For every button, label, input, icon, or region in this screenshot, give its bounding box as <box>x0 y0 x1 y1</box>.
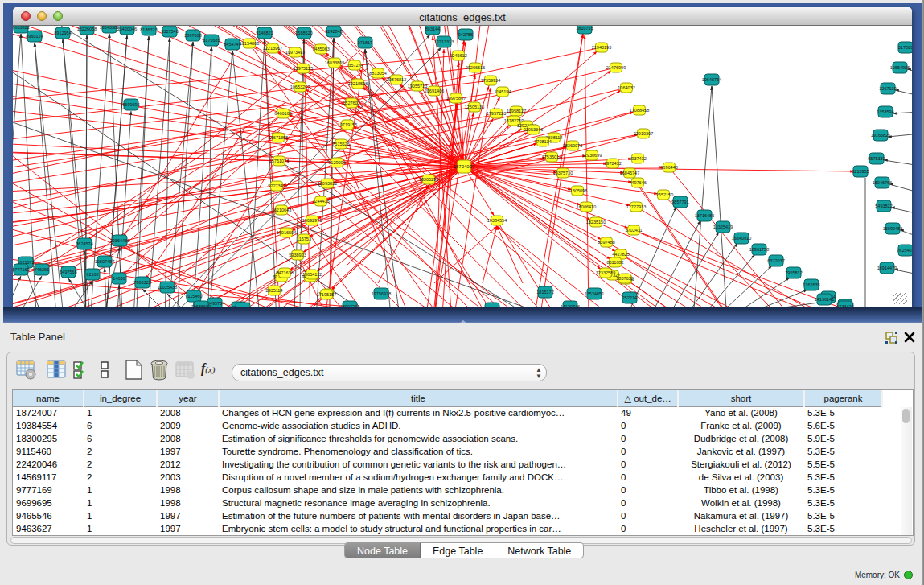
svg-text:9146821: 9146821 <box>256 31 273 35</box>
svg-text:116753: 116753 <box>297 237 311 241</box>
svg-text:7708134: 7708134 <box>534 139 551 144</box>
svg-text:12552150: 12552150 <box>654 192 673 197</box>
svg-text:17359934: 17359934 <box>481 78 500 83</box>
svg-text:1145194: 1145194 <box>494 89 511 94</box>
svg-text:14636: 14636 <box>113 276 125 281</box>
svg-text:17957223: 17957223 <box>487 111 506 116</box>
svg-text:9245612: 9245612 <box>450 53 466 58</box>
svg-text:16006470: 16006470 <box>577 204 596 209</box>
svg-text:10154808: 10154808 <box>240 41 259 46</box>
svg-text:3215955: 3215955 <box>852 169 869 174</box>
svg-text:15751074: 15751074 <box>269 159 289 163</box>
svg-text:7497646: 7497646 <box>629 180 646 185</box>
svg-text:1588520: 1588520 <box>295 31 312 35</box>
svg-text:7663822: 7663822 <box>13 26 30 30</box>
svg-text:8813054: 8813054 <box>369 71 386 76</box>
svg-text:7485063: 7485063 <box>312 47 329 51</box>
svg-text:271817: 271817 <box>358 40 372 45</box>
svg-text:21305096: 21305096 <box>568 188 587 193</box>
svg-text:13226058: 13226058 <box>77 27 97 31</box>
svg-text:1810755: 1810755 <box>576 26 593 31</box>
svg-text:15099483: 15099483 <box>883 226 902 231</box>
svg-text:13716485: 13716485 <box>695 213 714 218</box>
svg-text:7955812: 7955812 <box>785 270 802 275</box>
svg-text:12213313: 12213313 <box>434 39 454 44</box>
svg-text:7625402: 7625402 <box>897 248 912 253</box>
svg-text:13524851: 13524851 <box>585 291 604 296</box>
svg-text:9327546: 9327546 <box>161 29 178 34</box>
svg-text:12930699: 12930699 <box>582 153 602 158</box>
svg-text:18300295: 18300295 <box>419 177 438 182</box>
svg-text:7357274: 7357274 <box>346 63 363 68</box>
svg-text:9696448: 9696448 <box>660 165 677 170</box>
svg-text:6497568: 6497568 <box>60 270 76 274</box>
svg-text:8912954: 8912954 <box>54 31 71 35</box>
svg-text:12213967: 12213967 <box>263 46 282 51</box>
svg-text:4427825: 4427825 <box>612 252 629 257</box>
svg-text:16543382: 16543382 <box>100 26 119 30</box>
svg-text:8611682: 8611682 <box>606 260 623 265</box>
svg-text:3175685: 3175685 <box>203 38 220 43</box>
svg-text:10025438: 10025438 <box>158 285 177 290</box>
svg-text:19384554: 19384554 <box>487 218 507 223</box>
svg-text:15692971: 15692971 <box>302 218 322 223</box>
svg-text:8960124: 8960124 <box>26 34 43 39</box>
svg-text:1353594: 1353594 <box>877 109 893 114</box>
svg-text:19166825: 19166825 <box>871 133 890 138</box>
svg-text:7857632: 7857632 <box>616 276 633 281</box>
svg-text:10653267: 10653267 <box>290 84 310 89</box>
svg-text:20206516: 20206516 <box>466 65 485 70</box>
svg-text:14136141: 14136141 <box>815 297 834 302</box>
svg-text:15046766: 15046766 <box>873 180 892 185</box>
svg-text:10719155: 10719155 <box>338 122 357 127</box>
svg-text:17195157: 17195157 <box>317 292 336 297</box>
svg-text:19654985: 19654985 <box>890 65 910 70</box>
svg-text:252214: 252214 <box>622 295 637 300</box>
svg-text:1362635: 1362635 <box>803 282 819 287</box>
svg-text:9777169: 9777169 <box>13 267 30 272</box>
svg-text:23053346: 23053346 <box>524 127 543 132</box>
svg-text:62160: 62160 <box>86 272 98 277</box>
svg-text:10973493: 10973493 <box>285 50 305 55</box>
svg-text:3267130: 3267130 <box>879 86 896 91</box>
svg-text:746266: 746266 <box>35 267 49 272</box>
svg-text:10807487: 10807487 <box>95 259 114 264</box>
svg-text:10375730: 10375730 <box>553 171 573 175</box>
svg-text:16033809: 16033809 <box>325 60 344 65</box>
svg-text:9857791: 9857791 <box>671 200 688 204</box>
svg-text:21476999: 21476999 <box>606 65 626 70</box>
svg-text:7986322: 7986322 <box>133 280 150 285</box>
svg-text:20691406: 20691406 <box>425 89 444 93</box>
svg-text:12727933: 12727933 <box>626 204 646 209</box>
svg-text:7515526: 7515526 <box>332 142 349 146</box>
svg-text:18724007: 18724007 <box>454 164 475 169</box>
svg-text:1815172: 1815172 <box>536 290 553 295</box>
svg-text:9129906: 9129906 <box>328 160 345 165</box>
svg-text:9227342: 9227342 <box>268 183 285 188</box>
svg-text:16640910: 16640910 <box>732 236 751 241</box>
svg-text:12975125: 12975125 <box>294 66 313 71</box>
svg-text:9242848: 9242848 <box>325 29 342 34</box>
svg-text:1972412: 1972412 <box>604 161 621 166</box>
svg-text:942755: 942755 <box>458 32 473 37</box>
svg-text:8397488: 8397488 <box>598 240 614 245</box>
svg-text:8471636: 8471636 <box>276 270 293 275</box>
svg-text:5938923: 5938923 <box>289 253 306 257</box>
svg-text:13235150: 13235150 <box>586 220 606 225</box>
svg-text:803144: 803144 <box>425 27 440 31</box>
svg-text:12332589: 12332589 <box>596 270 615 275</box>
svg-text:3702411: 3702411 <box>625 228 642 233</box>
svg-text:16961758: 16961758 <box>749 247 769 252</box>
svg-text:17016504: 17016504 <box>277 230 296 235</box>
svg-text:6466160: 6466160 <box>274 111 291 116</box>
svg-text:2867608: 2867608 <box>184 33 201 38</box>
svg-text:1244415: 1244415 <box>312 199 329 204</box>
svg-text:16210643: 16210643 <box>272 208 291 212</box>
svg-text:1527602: 1527602 <box>343 101 359 105</box>
svg-text:9115460: 9115460 <box>185 294 202 299</box>
svg-text:5578332: 5578332 <box>868 156 885 161</box>
svg-text:10654112: 10654112 <box>302 272 322 277</box>
svg-text:16671355: 16671355 <box>269 135 288 140</box>
svg-text:22910307: 22910307 <box>634 131 653 136</box>
svg-text:17088458: 17088458 <box>630 108 649 113</box>
